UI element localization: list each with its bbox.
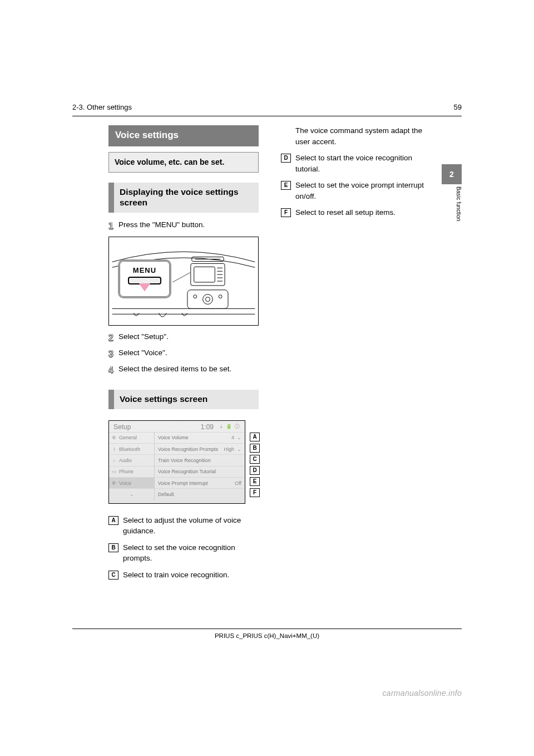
- def-text: Select to set the voice recognition prom…: [123, 542, 259, 564]
- row-label: Voice Volume: [158, 435, 189, 440]
- svg-point-13: [219, 295, 222, 298]
- definition-f: F Select to reset all setup items.: [281, 207, 431, 218]
- chevron-down-icon: ⌄: [237, 435, 241, 440]
- screenshot-time: 1:09: [201, 423, 214, 431]
- gear-icon: ✻: [111, 435, 117, 440]
- setup-detail-pane: Voice Volume 4 ⌄ Voice Recognition Promp…: [155, 432, 245, 500]
- svg-rect-1: [194, 267, 215, 282]
- sidebar-item-phone[interactable]: ▭Phone: [109, 466, 154, 477]
- step-number: 2: [108, 331, 118, 344]
- def-tag-a: A: [108, 516, 118, 525]
- svg-rect-9: [187, 290, 228, 309]
- definition-c: C Select to train voice recognition.: [108, 570, 259, 581]
- def-text: Select to adjust the volume of voice gui…: [123, 515, 259, 537]
- def-text: Select to reset all setup items.: [295, 207, 431, 218]
- chevron-down-icon: ⌄: [237, 446, 241, 452]
- note-icon: ♪: [111, 458, 117, 463]
- pink-arrow-icon: [139, 283, 150, 291]
- row-value: 4: [231, 435, 234, 440]
- sidebar-item-label: Phone: [119, 469, 134, 474]
- row-label: Default: [158, 492, 174, 497]
- sidebar-item-label: General: [119, 435, 137, 440]
- section-heading-displaying: Displaying the voice settings screen: [108, 183, 259, 213]
- def-tag-d: D: [281, 154, 291, 163]
- row-label: Voice Recognition Prompts: [158, 446, 218, 452]
- watermark: carmanualsonline.info: [383, 689, 462, 698]
- sidebar-item-bluetooth[interactable]: ᚼBluetooth: [109, 443, 154, 454]
- sidebar-item-voice[interactable]: 🗣Voice: [109, 477, 154, 488]
- definition-b: B Select to set the voice recognition pr…: [108, 542, 259, 564]
- screenshot-topbar: Setup 1:09 ⇣ 🔋 ⓘ: [109, 421, 245, 432]
- step-number: 1: [108, 219, 118, 232]
- row-default[interactable]: Default: [155, 488, 245, 499]
- sidebar-item-label: Audio: [119, 458, 132, 463]
- step-4: 4 Select the desired items to be set.: [108, 364, 259, 376]
- callout-c: C: [250, 455, 260, 464]
- manual-page: 2-3. Other settings 59 2 Basic function …: [0, 0, 534, 756]
- step-number: 3: [108, 347, 118, 360]
- dashboard-illustration: MENU: [108, 237, 259, 326]
- sidebar-item-general[interactable]: ✻General: [109, 432, 154, 443]
- left-column: Voice settings Voice volume, etc. can be…: [108, 125, 259, 586]
- menu-button-popup: MENU: [118, 259, 171, 298]
- row-value: Off: [235, 480, 241, 486]
- def-tag-b: B: [108, 543, 118, 552]
- callout-column: A B C D E F: [250, 433, 260, 497]
- content-area: Voice settings Voice volume, etc. can be…: [108, 125, 431, 586]
- definition-e: E Select to set the voice prompt interru…: [281, 180, 431, 202]
- chapter-tab-label: Basic function: [442, 164, 462, 221]
- row-voice-volume[interactable]: Voice Volume 4 ⌄: [155, 432, 245, 443]
- phone-icon: ▭: [111, 469, 117, 474]
- sidebar-item-label: Bluetooth: [119, 446, 140, 452]
- row-label: Voice Recognition Tutorial: [158, 469, 216, 474]
- step-number: 4: [108, 364, 118, 376]
- svg-point-11: [206, 297, 210, 301]
- row-voice-prompts[interactable]: Voice Recognition Prompts High ⌄: [155, 443, 245, 454]
- chevron-down-icon: ⌄: [130, 492, 134, 497]
- def-tag-f: F: [281, 208, 291, 217]
- page-header: 2-3. Other settings 59: [72, 103, 462, 111]
- sidebar-item-more[interactable]: ⌄: [109, 488, 154, 499]
- voice-icon: 🗣: [111, 480, 117, 486]
- callout-b: B: [250, 444, 260, 453]
- bluetooth-icon: ᚼ: [111, 446, 117, 452]
- header-rule: [72, 116, 462, 116]
- callout-e: E: [250, 477, 260, 486]
- definition-d: D Select to start the voice recognition …: [281, 153, 431, 174]
- row-value: High: [224, 446, 234, 452]
- screenshot-title: Setup: [113, 423, 131, 431]
- status-icons: ⇣ 🔋 ⓘ: [219, 423, 240, 430]
- step-text: Select "Setup".: [118, 331, 259, 344]
- def-text: Select to start the voice recognition tu…: [295, 153, 431, 174]
- step-2: 2 Select "Setup".: [108, 331, 259, 344]
- step-3: 3 Select "Voice".: [108, 347, 259, 360]
- svg-point-12: [194, 295, 197, 298]
- def-text: Select to train voice recognition.: [123, 570, 259, 581]
- step-text: Select the desired items to be set.: [118, 364, 259, 376]
- sidebar-item-audio[interactable]: ♪Audio: [109, 454, 154, 465]
- sidebar-item-label: Voice: [119, 480, 131, 486]
- callout-a: A: [250, 433, 260, 441]
- row-label: Voice Prompt Interrupt: [158, 480, 208, 486]
- screenshot-with-callouts: Setup 1:09 ⇣ 🔋 ⓘ ✻General ᚼBluetooth ♪Au…: [108, 416, 245, 512]
- row-train-voice[interactable]: Train Voice Recognition: [155, 454, 245, 465]
- row-voice-tutorial[interactable]: Voice Recognition Tutorial: [155, 466, 245, 477]
- step-text: Press the "MENU" button.: [118, 219, 259, 232]
- def-tag-e: E: [281, 181, 291, 190]
- svg-point-10: [203, 294, 213, 305]
- callout-f: F: [250, 488, 260, 497]
- def-tag-c: C: [108, 571, 118, 580]
- row-prompt-interrupt[interactable]: Voice Prompt Interrupt Off: [155, 477, 245, 488]
- row-label: Train Voice Recognition: [158, 458, 211, 463]
- definition-c-sub: The voice command system adapt the user …: [295, 125, 431, 147]
- menu-label: MENU: [133, 266, 156, 274]
- setup-sidebar: ✻General ᚼBluetooth ♪Audio ▭Phone 🗣Voice…: [109, 432, 155, 500]
- header-section-path: 2-3. Other settings: [72, 103, 132, 111]
- page-footer: PRIUS c_PRIUS c(H)_Navi+MM_(U): [72, 629, 462, 639]
- definition-a: A Select to adjust the volume of voice g…: [108, 515, 259, 537]
- step-text: Select "Voice".: [118, 347, 259, 360]
- setup-screenshot: Setup 1:09 ⇣ 🔋 ⓘ ✻General ᚼBluetooth ♪Au…: [108, 420, 245, 504]
- page-number: 59: [439, 103, 462, 111]
- callout-d: D: [250, 466, 260, 475]
- right-column: The voice command system adapt the user …: [281, 125, 431, 224]
